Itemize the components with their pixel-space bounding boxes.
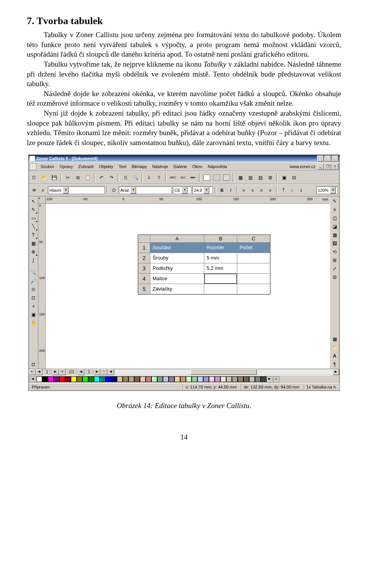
open-icon[interactable]: 📂 <box>39 173 49 182</box>
distribute-icon[interactable]: ⊟ <box>330 273 339 281</box>
import-icon[interactable]: ⇩ <box>145 173 154 182</box>
zoomsel-icon[interactable]: ⌖ <box>29 302 38 310</box>
table-cell[interactable]: Součást <box>150 242 204 253</box>
transform-icon[interactable]: ⟲ <box>330 248 339 256</box>
table-cell[interactable] <box>237 263 270 273</box>
menu-soubor[interactable]: Soubor <box>38 164 57 169</box>
para-icon[interactable]: ¶ <box>330 360 339 369</box>
char-icon[interactable]: A <box>330 352 339 360</box>
hscroll-track[interactable] <box>114 369 332 375</box>
align-center-icon[interactable]: ≡ <box>249 186 256 194</box>
encoding-dropdown[interactable]: CE▾ <box>173 186 191 194</box>
table-cell-editing[interactable] <box>204 273 237 284</box>
palette-next-icon[interactable]: ▶ <box>266 376 273 382</box>
color-swatch[interactable] <box>59 376 65 382</box>
table-cell[interactable] <box>237 253 270 263</box>
color-swatch[interactable] <box>128 376 134 382</box>
paste-icon[interactable]: 📋 <box>83 173 92 182</box>
row-header-3[interactable]: 3 <box>138 263 150 273</box>
table-cell[interactable]: Podložky <box>150 263 204 273</box>
color-swatch[interactable] <box>36 376 42 382</box>
menu-okno[interactable]: Okno <box>190 164 205 169</box>
layer-dropdown[interactable]: Hlavní▾ <box>48 186 105 194</box>
prev-page-icon[interactable]: ◀ <box>36 369 43 375</box>
color-swatch[interactable] <box>163 376 169 382</box>
canvas[interactable]: A B C 1 Součást Rozměr Počet <box>46 204 330 369</box>
row-header-1[interactable]: 1 <box>138 242 150 253</box>
table-icon[interactable]: ▦ <box>29 239 38 248</box>
align2-icon[interactable]: ▥ <box>246 173 255 182</box>
page-field-a[interactable]: 1 <box>43 370 52 374</box>
mdi-restore-button[interactable]: ❐ <box>324 163 331 170</box>
group-icon[interactable]: ⊞ <box>266 173 275 182</box>
print-icon[interactable]: ⎙ <box>121 173 130 182</box>
copy-icon[interactable]: ⧉ <box>73 173 82 182</box>
color-swatch[interactable] <box>151 376 157 382</box>
pointer-icon[interactable]: ↖ <box>29 197 38 206</box>
mdi-minimize-button[interactable]: _ <box>317 163 324 170</box>
table-object[interactable]: A B C 1 Součást Rozměr Počet <box>138 234 271 295</box>
align-objects-icon[interactable]: ⊞ <box>330 256 339 265</box>
add-page-icon[interactable]: + <box>100 369 107 375</box>
menu-text[interactable]: Text <box>116 164 129 169</box>
italic-button[interactable]: I <box>227 186 235 194</box>
color-swatch[interactable] <box>42 376 48 382</box>
table-cell[interactable]: 5 mm <box>204 253 237 263</box>
color-swatch[interactable] <box>203 376 209 382</box>
redo-icon[interactable]: ↷ <box>107 173 116 182</box>
valign-bot-icon[interactable]: ⤓ <box>297 186 305 194</box>
color-swatch[interactable] <box>111 376 117 382</box>
align3-icon[interactable]: ▤ <box>256 173 265 182</box>
row-header-2[interactable]: 2 <box>138 253 150 263</box>
transparency-icon[interactable]: ◫ <box>330 214 339 222</box>
palette-menu-icon[interactable]: ▸ <box>273 376 279 382</box>
menu-nastroje[interactable]: Nástroje <box>150 164 171 169</box>
zoomfit-icon[interactable]: ⊡ <box>29 294 38 302</box>
color-swatch[interactable] <box>77 376 82 382</box>
align-justify-icon[interactable]: ≡ <box>266 186 274 194</box>
color-swatch[interactable] <box>215 376 220 382</box>
menu-napoveda[interactable]: Nápověda <box>205 164 230 169</box>
font-type-icon[interactable]: O <box>110 186 118 194</box>
layers-icon[interactable]: ≡ <box>39 186 47 194</box>
table-cell[interactable]: Počet <box>237 242 270 253</box>
zoomall-icon[interactable]: ▣ <box>29 310 38 319</box>
shadow-icon[interactable]: ◪ <box>330 222 339 231</box>
valign-mid-icon[interactable]: ↕ <box>288 186 296 194</box>
tile-icon[interactable]: ⊟ <box>289 173 299 182</box>
zoomout-icon[interactable]: 🔎 <box>29 277 38 285</box>
first-page-icon[interactable]: ⇤ <box>29 369 36 375</box>
abc3-icon[interactable]: abc <box>188 173 197 182</box>
table-cell[interactable]: 5,2 mm <box>204 263 237 273</box>
color-swatch[interactable] <box>94 376 100 382</box>
table-corner[interactable] <box>138 235 150 242</box>
color-swatch[interactable] <box>261 376 266 382</box>
preview-icon[interactable]: 🔍 <box>131 173 140 182</box>
table-cell[interactable] <box>204 284 237 294</box>
font-dropdown[interactable]: Arial▾ <box>119 186 172 194</box>
goto-prev-icon[interactable]: ◀ <box>77 369 84 375</box>
color-swatch[interactable] <box>192 376 197 382</box>
line-style-icon[interactable]: ≡ <box>330 206 339 214</box>
color-swatch[interactable] <box>117 376 123 382</box>
color-swatch[interactable] <box>123 376 128 382</box>
color-swatch[interactable] <box>134 376 140 382</box>
table-cell[interactable]: Matice <box>150 273 204 284</box>
table-cell[interactable]: Rozměr <box>204 242 237 253</box>
close-button[interactable]: × <box>332 155 338 162</box>
table-cell[interactable] <box>237 273 270 284</box>
ruler-origin-icon[interactable]: ⌖ <box>38 196 46 203</box>
color-swatch[interactable] <box>88 376 94 382</box>
color-swatch[interactable] <box>146 376 151 382</box>
curve-icon[interactable]: ∫ <box>29 256 38 265</box>
rectangle-icon[interactable]: ▭ <box>29 214 38 222</box>
row-header-4[interactable]: 4 <box>138 273 150 284</box>
menu-objekty[interactable]: Objekty <box>96 164 116 169</box>
abc-icon[interactable]: ABC <box>168 173 177 182</box>
scroll-left-icon[interactable]: ◀ <box>107 369 114 375</box>
color-swatch[interactable] <box>169 376 174 382</box>
color-swatch[interactable] <box>174 376 180 382</box>
color-swatch[interactable] <box>140 376 146 382</box>
bold-button[interactable]: B <box>218 186 226 194</box>
color-swatch[interactable] <box>226 376 232 382</box>
